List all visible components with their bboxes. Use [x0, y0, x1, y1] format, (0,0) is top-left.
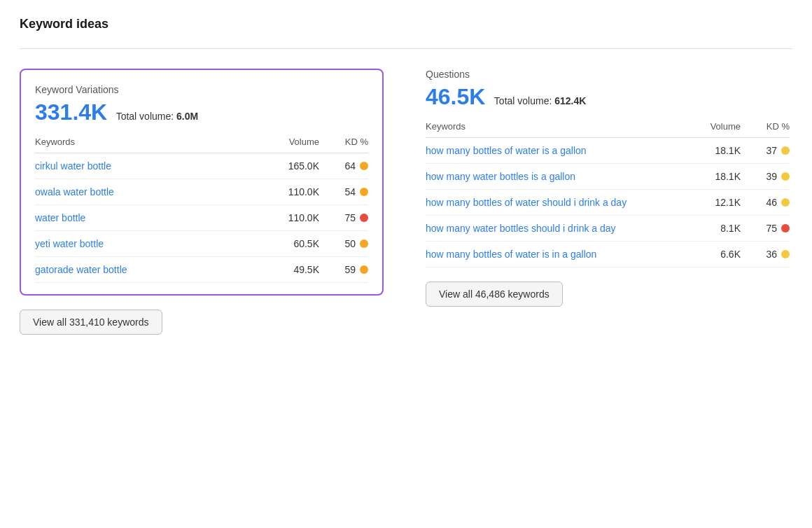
- kw-kd: 75: [319, 212, 368, 223]
- left-total-volume: Total volume: 6.0M: [116, 111, 199, 122]
- kd-dot: [781, 198, 790, 207]
- kw-volume: 6.6K: [685, 249, 741, 260]
- questions-panel: Questions 46.5K Total volume: 612.4K Key…: [426, 69, 790, 307]
- kw-kd: 54: [319, 186, 368, 197]
- keyword-link[interactable]: how many water bottles should i drink a …: [426, 223, 685, 234]
- content-row: Keyword Variations 331.4K Total volume: …: [20, 69, 792, 335]
- keyword-link[interactable]: owala water bottle: [35, 186, 256, 197]
- kd-dot: [781, 172, 790, 181]
- left-col-keywords: Keywords: [35, 137, 256, 147]
- table-row: how many water bottles is a gallon 18.1K…: [426, 164, 790, 190]
- right-total-volume: Total volume: 612.4K: [494, 95, 587, 106]
- right-col-kd: KD %: [741, 121, 790, 132]
- keyword-link[interactable]: yeti water bottle: [35, 238, 256, 249]
- table-row: how many bottles of water should i drink…: [426, 190, 790, 216]
- kd-dot: [360, 214, 368, 222]
- keyword-link[interactable]: how many bottles of water is a gallon: [426, 145, 685, 156]
- kw-kd: 59: [319, 264, 368, 275]
- right-count-row: 46.5K Total volume: 612.4K: [426, 84, 790, 110]
- right-section-title: Questions: [426, 69, 790, 80]
- kd-dot: [781, 224, 790, 232]
- kw-volume: 110.0K: [256, 212, 319, 223]
- right-col-keywords: Keywords: [426, 121, 685, 132]
- table-row: how many bottles of water is in a gallon…: [426, 242, 790, 268]
- table-row: owala water bottle 110.0K 54: [35, 179, 368, 205]
- kw-kd: 50: [319, 238, 368, 249]
- kw-volume: 110.0K: [256, 186, 319, 197]
- keyword-variations-box: Keyword Variations 331.4K Total volume: …: [20, 69, 384, 296]
- left-section-title: Keyword Variations: [35, 84, 368, 95]
- left-col-volume: Volume: [256, 137, 319, 147]
- kw-kd: 36: [741, 249, 790, 260]
- right-count: 46.5K: [426, 84, 485, 109]
- view-all-right-button[interactable]: View all 46,486 keywords: [426, 282, 563, 307]
- table-row: yeti water bottle 60.5K 50: [35, 231, 368, 257]
- kw-kd: 46: [741, 197, 790, 208]
- kw-volume: 18.1K: [685, 171, 741, 182]
- table-row: cirkul water bottle 165.0K 64: [35, 153, 368, 179]
- right-table-header: Keywords Volume KD %: [426, 121, 790, 138]
- kw-volume: 49.5K: [256, 264, 319, 275]
- kd-dot: [360, 162, 368, 170]
- kw-kd: 39: [741, 171, 790, 182]
- keyword-link[interactable]: how many bottles of water is in a gallon: [426, 249, 685, 260]
- keyword-link[interactable]: water bottle: [35, 212, 256, 223]
- left-col-kd: KD %: [319, 137, 368, 147]
- keyword-link[interactable]: how many bottles of water should i drink…: [426, 197, 685, 208]
- left-table-header: Keywords Volume KD %: [35, 137, 368, 153]
- keyword-link[interactable]: how many water bottles is a gallon: [426, 171, 685, 182]
- left-table-body: cirkul water bottle 165.0K 64 owala wate…: [35, 153, 368, 283]
- kw-kd: 75: [741, 223, 790, 234]
- table-row: how many water bottles should i drink a …: [426, 216, 790, 242]
- kw-volume: 165.0K: [256, 160, 319, 172]
- kw-kd: 64: [319, 160, 368, 172]
- view-all-left-button[interactable]: View all 331,410 keywords: [20, 310, 162, 335]
- kw-volume: 8.1K: [685, 223, 741, 234]
- kd-dot: [360, 239, 368, 248]
- table-row: how many bottles of water is a gallon 18…: [426, 138, 790, 164]
- keyword-variations-panel: Keyword Variations 331.4K Total volume: …: [20, 69, 384, 335]
- kd-dot: [360, 188, 368, 196]
- kw-volume: 60.5K: [256, 238, 319, 249]
- right-col-volume: Volume: [685, 121, 741, 132]
- kd-dot: [360, 265, 368, 274]
- table-row: water bottle 110.0K 75: [35, 205, 368, 231]
- kw-volume: 12.1K: [685, 197, 741, 208]
- left-count: 331.4K: [35, 99, 107, 125]
- right-table-body: how many bottles of water is a gallon 18…: [426, 138, 790, 268]
- page-title: Keyword ideas: [20, 17, 792, 32]
- kd-dot: [781, 146, 790, 155]
- left-count-row: 331.4K Total volume: 6.0M: [35, 99, 368, 125]
- kw-volume: 18.1K: [685, 145, 741, 156]
- kd-dot: [781, 250, 790, 258]
- kw-kd: 37: [741, 145, 790, 156]
- table-row: gatorade water bottle 49.5K 59: [35, 257, 368, 283]
- top-divider: [20, 48, 792, 49]
- keyword-link[interactable]: gatorade water bottle: [35, 264, 256, 275]
- keyword-link[interactable]: cirkul water bottle: [35, 160, 256, 172]
